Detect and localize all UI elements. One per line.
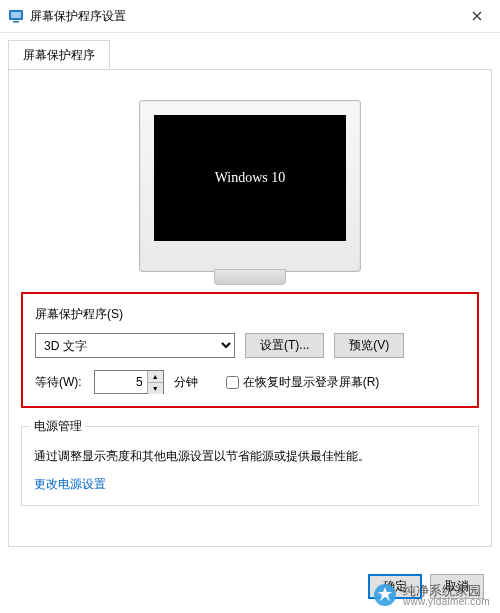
wait-spinner: ▲ ▼ [94,370,164,394]
window-title: 屏幕保护程序设置 [30,8,454,25]
wait-unit: 分钟 [174,374,198,391]
screensaver-settings-dialog: 屏幕保护程序设置 屏幕保护程序 Windows 10 屏幕保护程序(S) 3D … [0,0,500,613]
watermark-name: 纯净系统家园 [403,584,490,597]
saver-group-label: 屏幕保护程序(S) [35,306,465,323]
power-group: 电源管理 通过调整显示亮度和其他电源设置以节省能源或提供最佳性能。 更改电源设置 [21,426,479,506]
tab-panel: Windows 10 屏幕保护程序(S) 3D 文字 设置(T)... 预览(V… [8,69,492,547]
highlighted-region: 屏幕保护程序(S) 3D 文字 设置(T)... 预览(V) 等待(W): ▲ … [21,292,479,408]
svg-rect-1 [11,12,21,18]
spin-down[interactable]: ▼ [148,383,163,394]
tab-strip: 屏幕保护程序 [0,33,500,69]
monitor-preview: Windows 10 [21,100,479,272]
wait-input[interactable] [95,371,147,393]
resume-login-text: 在恢复时显示登录屏幕(R) [243,374,380,391]
change-power-settings-link[interactable]: 更改电源设置 [34,477,106,491]
monitor-base [214,269,286,285]
monitor-frame: Windows 10 [139,100,361,272]
spin-up[interactable]: ▲ [148,371,163,383]
screen-text: Windows 10 [215,170,286,186]
preview-button[interactable]: 预览(V) [334,333,404,358]
svg-rect-2 [13,21,19,23]
power-group-label: 电源管理 [30,418,86,435]
close-button[interactable] [454,0,500,32]
wait-label: 等待(W): [35,374,82,391]
resume-login-checkbox[interactable] [226,376,239,389]
settings-button[interactable]: 设置(T)... [245,333,324,358]
power-description: 通过调整显示亮度和其他电源设置以节省能源或提供最佳性能。 [34,447,466,466]
watermark-url: www.yidaimei.com [403,597,490,607]
titlebar: 屏幕保护程序设置 [0,0,500,33]
monitor-screen: Windows 10 [154,115,346,241]
resume-login-checkbox-label[interactable]: 在恢复时显示登录屏幕(R) [226,374,380,391]
screensaver-select[interactable]: 3D 文字 [35,333,235,358]
watermark-icon [373,583,397,607]
tab-screensaver[interactable]: 屏幕保护程序 [8,40,110,70]
app-icon [8,8,24,24]
watermark: 纯净系统家园 www.yidaimei.com [373,583,490,607]
